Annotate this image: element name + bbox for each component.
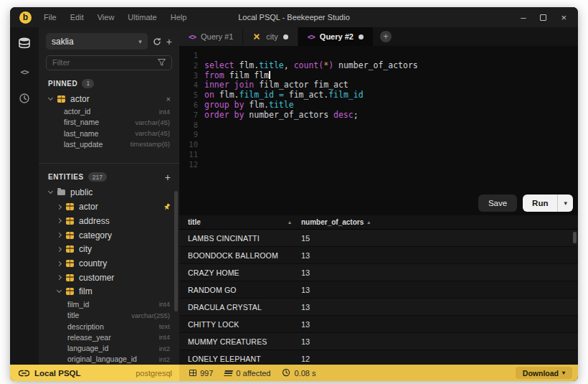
minimize-button[interactable]: – [521, 12, 526, 23]
run-button[interactable]: Run ▾ [523, 195, 573, 212]
code-line[interactable] [204, 160, 418, 170]
code-token: , [284, 60, 294, 70]
editor-gutter: 123456789101112 [184, 51, 198, 215]
code-token [274, 90, 279, 100]
table-row[interactable]: RANDOM GO13 [179, 281, 578, 299]
code-line[interactable]: on flm.film_id = fim_act.film_id [204, 90, 418, 100]
sidebar-item-category[interactable]: category [39, 228, 179, 243]
column-name: language_id [67, 344, 108, 352]
table-row[interactable]: DRACULA CRYSTAL13 [179, 299, 578, 316]
run-label[interactable]: Run [523, 199, 557, 207]
text-cursor [269, 71, 270, 79]
cell-title: CRAZY HOME [179, 268, 301, 277]
history-icon[interactable] [19, 93, 30, 107]
menu-file[interactable]: File [44, 13, 57, 22]
table-icon [66, 288, 74, 295]
chevron-down-icon: ▾ [562, 370, 565, 376]
tab-city[interactable]: city [243, 27, 298, 46]
entities-label: ENTITIES [48, 173, 84, 181]
code-line[interactable]: order by number_of_actors desc; [204, 111, 418, 121]
sidebar-item-country[interactable]: country [39, 256, 179, 271]
menu-help[interactable]: Help [171, 13, 187, 22]
table-row[interactable]: BOONDOCK BALLROOM13 [179, 247, 578, 264]
sidebar-item-public[interactable]: public [39, 186, 179, 200]
chevron-down-icon: ▾ [138, 38, 142, 45]
code-line[interactable]: inner join film_actor fim_act [204, 80, 418, 90]
tab-query-1[interactable]: <> Query #1 [179, 27, 243, 46]
close-button[interactable]: × [561, 12, 566, 23]
tab-bar: <> Query #1 city <> Query #2 + [179, 27, 578, 46]
code-token: order by [204, 110, 244, 120]
code-lines: select flm.title, count(*) number_of_act… [204, 51, 418, 215]
sidebar-scrollbar[interactable] [174, 191, 178, 312]
database-icon[interactable] [18, 37, 31, 52]
pin-icon[interactable] [163, 203, 171, 211]
code-line[interactable] [204, 130, 418, 140]
sidebar-item-address[interactable]: address [39, 214, 179, 228]
table-icon [66, 274, 74, 281]
column-row: description text [39, 321, 179, 332]
column-type: timestamp(6) [131, 140, 170, 148]
maximize-button[interactable] [540, 14, 546, 21]
column-name: release_year [67, 333, 111, 342]
column-header-title[interactable]: title ▴ [179, 218, 301, 226]
chevron-down-icon [57, 288, 62, 293]
add-connection-button[interactable]: + [166, 37, 172, 47]
table-row[interactable]: LONELY ELEPHANT12 [179, 350, 578, 365]
code-line[interactable] [204, 140, 418, 150]
pinned-table-actor[interactable]: actor × [39, 92, 179, 106]
column-header-number-of-actors[interactable]: number_of_actors ▴ [301, 218, 370, 226]
add-entity-button[interactable]: + [165, 172, 171, 182]
code-line[interactable]: group by flm.title [204, 100, 418, 111]
filter-input[interactable] [52, 58, 158, 67]
table-row[interactable]: CRAZY HOME13 [179, 264, 578, 281]
affected-stat: 0 affected [224, 369, 270, 378]
refresh-icon[interactable] [153, 37, 161, 46]
code-token: group by [204, 100, 244, 110]
code-line[interactable] [204, 51, 418, 61]
sort-asc-icon[interactable]: ▴ [288, 219, 291, 225]
results-header: title ▴ number_of_actors ▴ [179, 215, 578, 230]
sql-editor[interactable]: 123456789101112 select flm.title, count(… [179, 46, 578, 215]
code-token: flm. [244, 100, 269, 110]
results-scrollbar[interactable] [573, 232, 577, 243]
table-row[interactable]: MUMMY CREATURES13 [179, 333, 578, 350]
cell-number-of-actors: 15 [301, 234, 310, 243]
clock-icon [282, 368, 290, 378]
download-label: Download [523, 369, 559, 378]
sidebar-item-actor[interactable]: actor [39, 200, 179, 214]
connection-status[interactable]: Local PSQL postgresql [10, 365, 179, 381]
table-label: customer [79, 273, 114, 283]
code-token: flm. [234, 60, 260, 70]
cell-number-of-actors: 13 [301, 251, 310, 260]
menu-ultimate[interactable]: Ultimate [128, 13, 156, 22]
menu-view[interactable]: View [98, 13, 115, 22]
new-tab-button[interactable]: + [380, 31, 392, 42]
sidebar-item-city[interactable]: city [39, 242, 179, 256]
save-button[interactable]: Save [478, 195, 517, 212]
run-options-caret[interactable]: ▾ [558, 200, 573, 207]
table-row[interactable]: CHITTY LOCK13 [179, 316, 578, 333]
code-line[interactable] [204, 150, 418, 160]
code-line[interactable] [204, 121, 418, 131]
column-row: original_language_id int2 [39, 354, 179, 365]
entities-count-badge: 217 [88, 172, 107, 182]
column-row: last_update timestamp(6) [39, 139, 179, 149]
code-line[interactable]: select flm.title, count(*) number_of_act… [204, 61, 418, 71]
filter-box[interactable] [46, 55, 172, 70]
table-row[interactable]: LAMBS CINCINATTI15 [179, 230, 578, 247]
sidebar-item-film[interactable]: film [39, 285, 179, 299]
menu-edit[interactable]: Edit [70, 13, 84, 22]
unpin-icon[interactable]: × [166, 95, 171, 103]
sort-asc-icon[interactable]: ▴ [367, 219, 370, 225]
code-line[interactable]: from film flm [204, 71, 418, 81]
table-icon [66, 217, 74, 225]
line-number: 9 [184, 130, 198, 140]
queries-icon[interactable]: <> [20, 67, 28, 77]
code-token: desc [333, 110, 354, 120]
tab-query-2[interactable]: <> Query #2 [298, 27, 374, 46]
database-select[interactable]: saklia ▾ [46, 33, 148, 50]
download-button[interactable]: Download ▾ [516, 367, 572, 379]
sidebar-item-customer[interactable]: customer [39, 271, 179, 285]
cell-number-of-actors: 13 [301, 268, 310, 277]
